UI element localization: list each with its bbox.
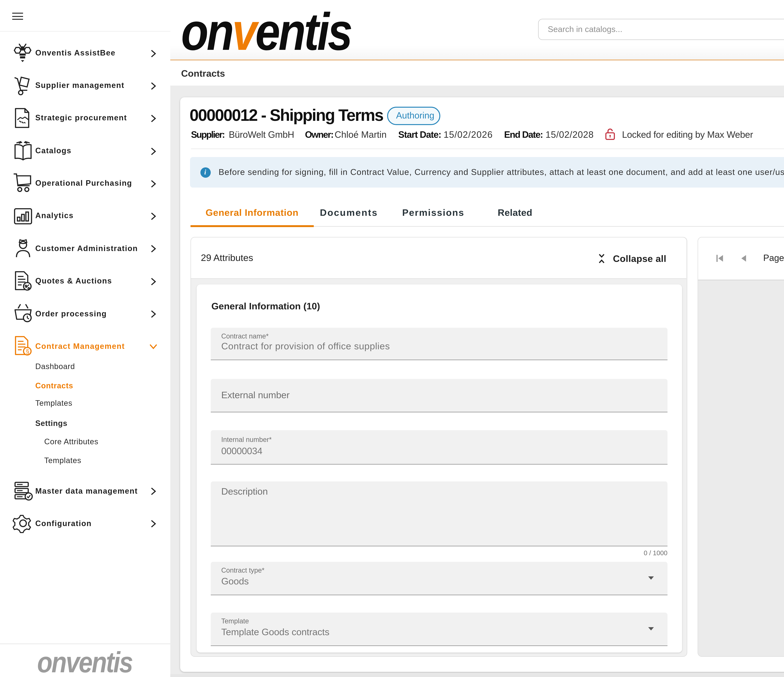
svg-text:§: §	[26, 348, 29, 355]
